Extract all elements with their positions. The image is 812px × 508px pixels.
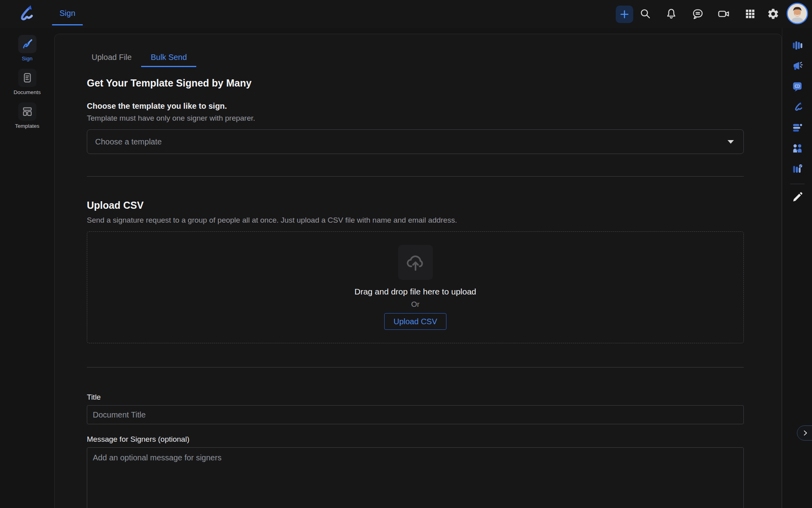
search-icon [639, 8, 652, 20]
choose-template-note: Template must have only one signer with … [87, 114, 744, 123]
chat-app-button[interactable] [791, 80, 804, 93]
sign-app-button[interactable] [791, 100, 804, 114]
chevron-right-icon [801, 429, 809, 437]
cloud-upload-icon [405, 252, 426, 273]
people-app-button[interactable] [791, 142, 804, 155]
message-label: Message for Signers (optional) [87, 435, 744, 444]
panel-expander-button[interactable] [797, 425, 812, 441]
sidebar-item-templates[interactable]: Templates [0, 102, 54, 129]
template-layout-icon [21, 106, 33, 117]
topnav-tab-sign[interactable]: Sign [52, 0, 83, 28]
left-sidebar: Sign Documents Templates [0, 28, 54, 508]
megaphone-icon [791, 60, 804, 72]
template-select[interactable]: Choose a template [87, 129, 744, 154]
user-avatar[interactable] [787, 3, 808, 24]
main-panel: Upload File Bulk Send Get Your Template … [54, 34, 782, 508]
upload-csv-heading: Upload CSV [87, 200, 744, 211]
bar-graph-app-button[interactable] [791, 38, 804, 52]
brand-logo-icon[interactable] [14, 4, 35, 24]
people-icon [791, 142, 804, 155]
dropzone-text: Drag and drop file here to upload [354, 287, 476, 296]
sidebar-item-documents[interactable]: Documents [0, 69, 54, 95]
create-new-button[interactable] [616, 6, 633, 23]
rail-divider [790, 184, 804, 184]
main-content: Upload File Bulk Send Get Your Template … [55, 47, 781, 508]
tasks-list-app-button[interactable] [791, 121, 804, 135]
signer-message-textarea[interactable] [87, 447, 744, 508]
sign-pen-icon [21, 38, 33, 50]
upload-csv-description: Send a signature request to a group of p… [87, 216, 744, 225]
topnav-tab-sign-label: Sign [52, 9, 83, 18]
poll-check-app-button[interactable] [791, 162, 804, 176]
top-bar: Sign [0, 0, 812, 28]
sidebar-item-sign-label: Sign [22, 56, 33, 62]
send-mode-tabs: Upload File Bulk Send [82, 47, 744, 67]
csv-dropzone[interactable]: Drag and drop file here to upload Or Upl… [87, 231, 744, 343]
sidebar-item-templates-tile [18, 102, 36, 121]
section-divider [87, 176, 744, 177]
title-label: Title [87, 393, 744, 402]
video-meeting-button[interactable] [716, 6, 732, 22]
sidebar-item-documents-label: Documents [13, 89, 40, 95]
edit-annotate-button[interactable] [791, 190, 804, 204]
dropzone-or-text: Or [411, 300, 419, 309]
plus-icon [619, 9, 630, 20]
tab-bulk-send[interactable]: Bulk Send [141, 47, 196, 67]
apps-grid-icon [744, 8, 756, 20]
sidebar-item-documents-tile [18, 69, 36, 87]
tab-upload-file[interactable]: Upload File [82, 47, 141, 67]
avatar-photo [788, 4, 807, 23]
cloud-upload-tile [398, 245, 433, 280]
chevron-down-icon [728, 140, 734, 144]
sign-app-icon [791, 101, 804, 114]
notifications-button[interactable] [663, 6, 679, 22]
sidebar-item-sign-tile [18, 35, 36, 53]
template-select-placeholder: Choose a template [95, 137, 728, 146]
sidebar-item-sign[interactable]: Sign [0, 35, 54, 62]
chat-app-icon [791, 80, 804, 93]
poll-check-icon [791, 163, 804, 175]
search-button[interactable] [638, 6, 653, 22]
section-divider [87, 367, 744, 368]
choose-template-title: Choose the template you like to sign. [87, 102, 744, 111]
bell-icon [665, 8, 678, 20]
page-title: Get Your Template Signed by Many [87, 77, 744, 89]
gear-icon [767, 8, 779, 20]
megaphone-app-button[interactable] [791, 59, 804, 73]
sidebar-item-templates-label: Templates [15, 123, 40, 129]
chat-bubble-icon [691, 8, 704, 20]
tasks-list-icon [791, 121, 804, 134]
document-title-input[interactable] [87, 405, 744, 424]
active-tab-underline [52, 24, 83, 25]
pencil-icon [791, 191, 804, 204]
app-window: Sign [0, 0, 812, 508]
bar-graph-icon [791, 39, 804, 52]
document-icon [21, 72, 33, 84]
apps-grid-button[interactable] [742, 6, 758, 22]
settings-button[interactable] [765, 6, 781, 22]
video-camera-icon [717, 8, 730, 20]
upload-csv-button[interactable]: Upload CSV [384, 313, 446, 330]
chat-button[interactable] [690, 6, 706, 22]
